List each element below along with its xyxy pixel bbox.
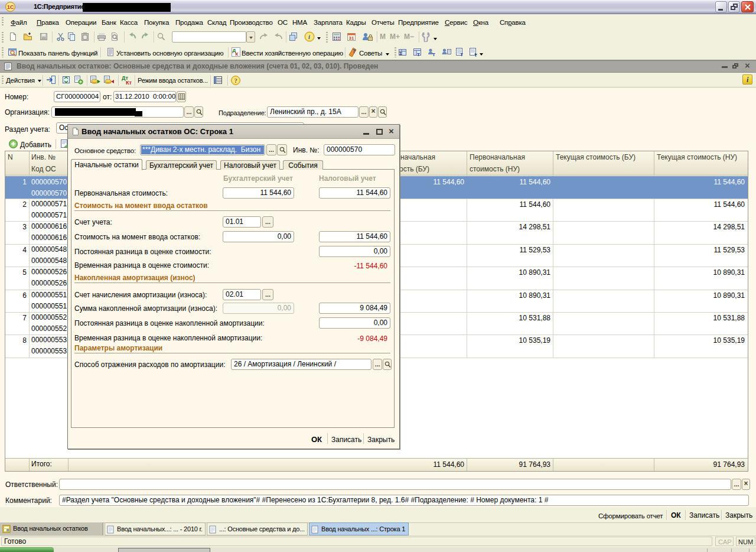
svg-text:Т: Т bbox=[432, 52, 435, 57]
svg-text:31: 31 bbox=[349, 35, 354, 41]
svg-text:?: ? bbox=[234, 77, 238, 84]
svg-text:Т: Т bbox=[460, 52, 463, 57]
svg-text:Т: Т bbox=[417, 52, 420, 57]
svg-text:?: ? bbox=[353, 48, 356, 54]
svg-text:К: К bbox=[236, 51, 239, 57]
svg-text:Кт: Кт bbox=[126, 80, 132, 85]
svg-text:Т: Т bbox=[474, 53, 477, 57]
svg-text:Σ: Σ bbox=[399, 51, 402, 56]
svg-text:1C: 1C bbox=[7, 4, 14, 10]
